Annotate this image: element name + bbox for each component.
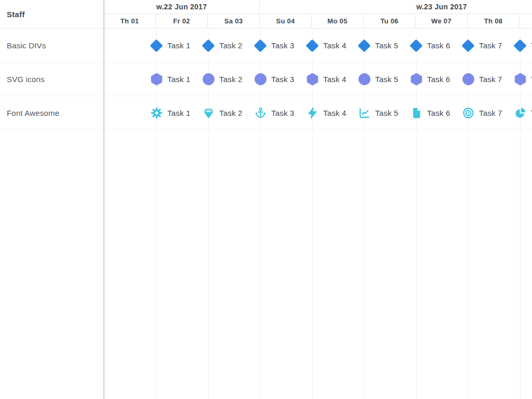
hexagon-icon xyxy=(150,73,163,86)
diamond-shape xyxy=(409,39,422,52)
milestone-label: Task 1 xyxy=(167,75,191,84)
bullseye-icon xyxy=(461,107,475,120)
milestone-label: Task 6 xyxy=(427,41,450,50)
milestone-task[interactable]: Task 3 xyxy=(254,62,295,96)
cog-icon xyxy=(150,107,163,120)
bolt-icon xyxy=(305,107,319,120)
grid-splitter[interactable] xyxy=(103,0,104,399)
milestone-task[interactable]: Task 1 xyxy=(150,96,191,130)
day-header-row: Th 01Fr 02Sa 03Su 04Mo 05Tu 06We 07Th 08 xyxy=(104,14,532,29)
diamond-shape xyxy=(513,39,526,52)
week-header-cell[interactable]: w.23 Jun 2017 xyxy=(260,0,532,14)
milestone-label: Task 1 xyxy=(167,41,191,50)
milestone-task[interactable]: Task 2 xyxy=(202,62,243,96)
milestone-task[interactable]: Task 8 xyxy=(513,96,532,130)
milestone-task[interactable]: Task 6 xyxy=(409,96,450,130)
milestone-label: Task 3 xyxy=(271,109,295,117)
diamond-shape xyxy=(254,39,267,52)
chart-line-icon xyxy=(357,107,371,120)
diamond-shape xyxy=(305,39,318,52)
milestone-label: Task 5 xyxy=(375,41,398,50)
diamond-shape xyxy=(150,39,163,52)
milestone-task[interactable]: Task 2 xyxy=(202,29,243,62)
milestone-label: Task 3 xyxy=(271,41,295,50)
milestone-label: Task 1 xyxy=(167,109,191,117)
milestone-label: Task 2 xyxy=(219,41,243,50)
milestone-label: Task 4 xyxy=(323,75,347,84)
milestone-task[interactable]: Task 4 xyxy=(305,96,347,130)
milestone-task[interactable]: Task 4 xyxy=(305,29,347,62)
milestone-task[interactable]: Task 5 xyxy=(357,29,398,62)
day-header-cell[interactable]: Th 08 xyxy=(468,14,520,28)
milestone-task[interactable]: Task 8 xyxy=(513,62,532,96)
diamond-icon xyxy=(254,39,267,52)
resource-cell[interactable]: Font Awesome xyxy=(0,96,104,130)
week-header-row: w.22 Jun 2017w.23 Jun 2017 xyxy=(104,0,532,14)
diamond-icon xyxy=(461,39,475,52)
resource-rows: Basic DIVsSVG iconsFont Awesome xyxy=(0,29,104,130)
day-header-cell[interactable]: Th 01 xyxy=(104,14,156,28)
milestone-task[interactable]: Task 4 xyxy=(305,62,347,96)
scheduler: w.22 Jun 2017w.23 Jun 2017 Th 01Fr 02Sa … xyxy=(0,0,532,399)
week-header-cell[interactable]: w.22 Jun 2017 xyxy=(104,0,260,14)
diamond-icon xyxy=(202,39,215,52)
chart-pie-icon xyxy=(513,107,527,120)
milestone-task[interactable]: Task 3 xyxy=(254,96,295,130)
milestone-task[interactable]: Task 2 xyxy=(202,96,243,130)
day-header-cell[interactable]: Sa 03 xyxy=(208,14,260,28)
resource-grid: Staff Basic DIVsSVG iconsFont Awesome xyxy=(0,0,104,399)
circle-icon xyxy=(461,73,475,86)
day-header-cell[interactable]: We 07 xyxy=(416,14,468,28)
milestone-label: Task 2 xyxy=(219,109,243,117)
milestone-label: Task 5 xyxy=(375,75,398,84)
diamond-shape xyxy=(461,39,474,52)
day-header-cell[interactable]: Mo 05 xyxy=(312,14,364,28)
resource-cell[interactable]: SVG icons xyxy=(0,62,104,96)
hexagon-icon xyxy=(513,73,527,86)
milestone-task[interactable]: Task 3 xyxy=(254,29,295,62)
diamond-shape xyxy=(202,39,215,52)
milestone-task[interactable]: Task 5 xyxy=(357,62,398,96)
milestone-task[interactable]: Task 6 xyxy=(409,29,450,62)
diamond-icon xyxy=(409,39,423,52)
milestone-task[interactable]: Task 1 xyxy=(150,62,191,96)
milestone-task[interactable]: Task 7 xyxy=(461,62,502,96)
milestone-label: Task 6 xyxy=(427,75,450,84)
hexagon-icon xyxy=(409,73,423,86)
milestone-label: Task 7 xyxy=(479,41,502,50)
milestone-label: Task 4 xyxy=(323,109,347,117)
circle-icon xyxy=(357,73,371,86)
milestone-label: Task 2 xyxy=(219,75,243,84)
milestone-label: Task 5 xyxy=(375,109,398,117)
gem-icon xyxy=(202,107,215,120)
staff-column-header[interactable]: Staff xyxy=(0,0,104,29)
milestone-task[interactable]: Task 7 xyxy=(461,29,502,62)
milestone-label: Task 7 xyxy=(479,75,502,84)
hexagon-icon xyxy=(305,73,319,86)
milestone-label: Task 3 xyxy=(271,75,295,84)
diamond-shape xyxy=(357,39,370,52)
milestone-task[interactable]: Task 8 xyxy=(513,29,532,62)
diamond-icon xyxy=(513,39,527,52)
file-icon xyxy=(409,107,423,120)
milestone-task[interactable]: Task 6 xyxy=(409,62,450,96)
day-header-cell[interactable]: Fr 02 xyxy=(156,14,208,28)
diamond-icon xyxy=(305,39,319,52)
anchor-icon xyxy=(254,107,267,120)
diamond-icon xyxy=(150,39,163,52)
milestone-label: Task 4 xyxy=(323,41,347,50)
milestone-task[interactable]: Task 1 xyxy=(150,29,191,62)
milestone-label: Task 7 xyxy=(479,109,502,117)
milestone-label: Task 6 xyxy=(427,109,450,117)
circle-icon xyxy=(254,73,267,86)
schedule-timeline: w.22 Jun 2017w.23 Jun 2017 Th 01Fr 02Sa … xyxy=(104,0,532,399)
milestone-task[interactable]: Task 7 xyxy=(461,96,502,130)
resource-cell[interactable]: Basic DIVs xyxy=(0,29,104,62)
day-header-cell[interactable]: Su 04 xyxy=(260,14,312,28)
circle-icon xyxy=(202,73,215,86)
milestone-task[interactable]: Task 5 xyxy=(357,96,398,130)
diamond-icon xyxy=(357,39,371,52)
day-header-cell[interactable]: Tu 06 xyxy=(364,14,416,28)
